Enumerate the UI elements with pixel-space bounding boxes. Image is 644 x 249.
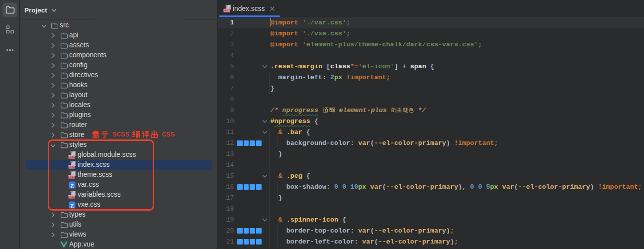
svg-text:SASS: SASS xyxy=(223,9,231,12)
